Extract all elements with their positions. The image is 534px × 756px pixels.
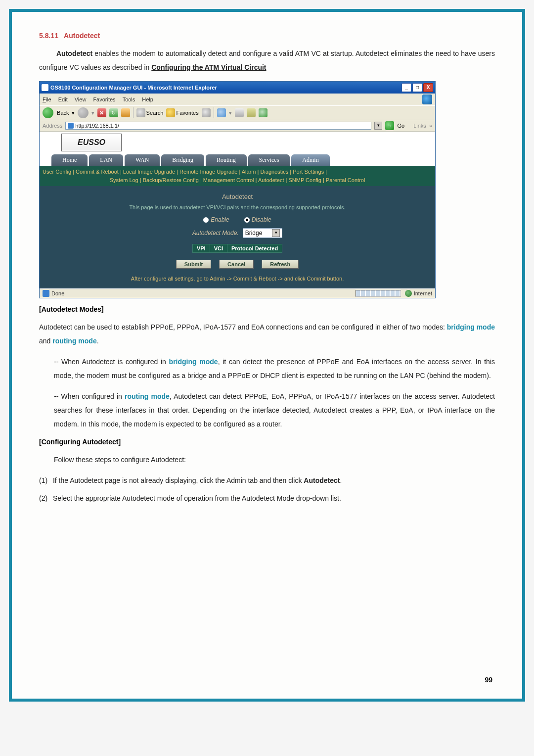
nav-tabs: Home LAN WAN Bridging Routing Services A… (40, 151, 435, 166)
routing-term-2: routing mode (125, 392, 170, 400)
mode-select[interactable]: Bridge ▾ (243, 228, 283, 238)
bridge-mode-para: -- When Autodetect is configured in brid… (54, 355, 495, 382)
window-title: GS8100 Configuration Manager GUI - Micro… (50, 85, 217, 91)
progress-bar (356, 290, 401, 297)
ie-titlebar: GS8100 Configuration Manager GUI - Micro… (40, 82, 435, 94)
star-icon (166, 108, 175, 117)
address-label: Address (43, 123, 62, 129)
chevron-down-icon: ▾ (272, 229, 280, 237)
page-number: 99 (485, 676, 492, 684)
menu-view[interactable]: View (75, 96, 87, 102)
submit-button[interactable]: Submit (176, 260, 211, 269)
tab-wan[interactable]: WAN (125, 154, 160, 166)
ie-page-icon (42, 84, 48, 91)
disable-radio[interactable]: Disable (244, 216, 271, 223)
tab-bridging[interactable]: Bridging (161, 154, 204, 166)
modes-heading: [Autodetect Modes] (39, 305, 495, 313)
ie-toolbar: Back ▾ ▾ ✕ ↻ Search Favorites ▾ (40, 105, 435, 120)
mode-label: Autodetect Mode: (192, 230, 239, 236)
th-vci: VCI (210, 244, 227, 253)
modes-para: Autodetect can be used to establish PPPo… (39, 320, 495, 348)
search-button[interactable]: Search (136, 108, 164, 117)
maximize-button[interactable]: □ (412, 83, 422, 92)
intro-link: Configuring the ATM Virtual Circuit (151, 63, 266, 71)
back-button[interactable]: Back ▾ (43, 107, 75, 118)
intro-term: Autodetect (56, 49, 92, 57)
status-page-icon (43, 290, 49, 297)
section-number: 5.8.11 (39, 32, 58, 40)
back-icon (43, 107, 53, 118)
minimize-button[interactable]: _ (401, 83, 411, 92)
enable-radio[interactable]: Enable (203, 216, 229, 223)
mail-button[interactable] (247, 108, 256, 117)
admin-panel: User Config | Commit & Reboot | Local Im… (40, 166, 435, 288)
stop-button[interactable]: ✕ (97, 108, 106, 117)
step-1: (1) If the Autodetect page is not alread… (39, 473, 495, 487)
commit-note: After configure all settings, go to Admi… (40, 276, 435, 282)
address-dropdown[interactable]: ▾ (374, 122, 382, 130)
th-vpi: VPI (192, 244, 210, 253)
status-text: Done (51, 290, 64, 296)
favorites-button[interactable]: Favorites (166, 108, 198, 117)
tab-home[interactable]: Home (51, 154, 88, 166)
bridging-term: bridging mode (447, 323, 495, 331)
route-mode-para: -- When configured in routing mode, Auto… (54, 389, 495, 431)
eusso-logo: EUSSO (61, 134, 122, 151)
config-intro: Follow these steps to configure Autodete… (54, 453, 495, 467)
tab-services[interactable]: Services (248, 154, 290, 166)
routing-term: routing mode (52, 337, 96, 345)
panel-note: This page is used to autodetect VPI/VCI … (40, 204, 435, 210)
step-2: (2) Select the appropriate Autodetect mo… (39, 491, 495, 505)
intro-paragraph: Autodetect enables the modem to automati… (39, 47, 495, 74)
bridging-term-2: bridging mode (169, 358, 218, 366)
radio-icon (203, 217, 209, 223)
internet-zone-icon (405, 290, 412, 297)
search-icon (136, 108, 145, 117)
config-heading: [Configuring Autodetect] (39, 438, 495, 446)
close-button[interactable]: X (423, 83, 433, 92)
menu-edit[interactable]: Edit (58, 96, 68, 102)
th-protocol: Protocol Detected (227, 244, 282, 253)
tab-routing[interactable]: Routing (206, 154, 247, 166)
history-button[interactable] (202, 108, 211, 117)
menu-help[interactable]: Help (142, 96, 153, 102)
links-label[interactable]: Links (413, 123, 426, 129)
refresh-button[interactable]: ↻ (109, 108, 118, 117)
menu-favorites[interactable]: Favorites (93, 96, 115, 102)
zone-text: Internet (414, 290, 432, 296)
messenger-button[interactable] (259, 108, 267, 117)
cancel-button[interactable]: Cancel (219, 260, 254, 269)
forward-button[interactable] (78, 107, 89, 118)
page-icon (68, 123, 74, 129)
go-button[interactable]: → (385, 121, 394, 130)
admin-subnav: User Config | Commit & Reboot | Local Im… (40, 166, 435, 186)
ie-statusbar: Done Internet (40, 288, 435, 298)
address-input[interactable]: http://192.168.1.1/ (65, 122, 371, 130)
refresh-page-button[interactable]: Refresh (262, 260, 299, 269)
ie-addressbar: Address http://192.168.1.1/ ▾ → Go Links… (40, 120, 435, 132)
menu-file[interactable]: File (43, 96, 51, 102)
tab-admin[interactable]: Admin (291, 154, 329, 166)
ie-logo-icon (422, 94, 432, 104)
protocol-table: VPI VCI Protocol Detected (192, 244, 282, 253)
media-button[interactable] (217, 108, 226, 117)
print-button[interactable] (235, 108, 244, 117)
panel-title: Autodetect (40, 193, 435, 200)
ie-window: GS8100 Configuration Manager GUI - Micro… (39, 81, 436, 298)
menu-tools[interactable]: Tools (123, 96, 135, 102)
tab-lan[interactable]: LAN (89, 154, 123, 166)
radio-icon (244, 217, 250, 223)
section-title: Autodetect (64, 32, 100, 40)
ie-menubar: File Edit View Favorites Tools Help (40, 94, 435, 105)
home-button[interactable] (121, 108, 130, 117)
